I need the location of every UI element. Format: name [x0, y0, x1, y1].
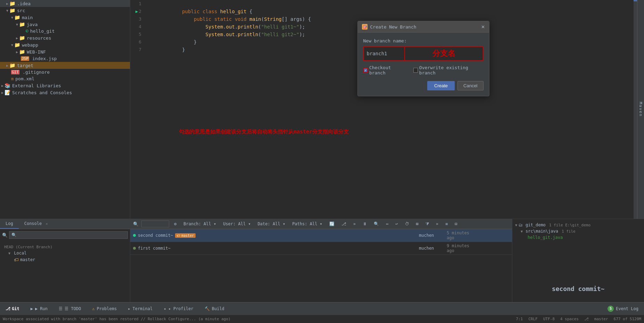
overwrite-checkbox[interactable]	[413, 68, 418, 73]
profiler-button[interactable]: ✦ ✦ Profiler	[161, 305, 196, 313]
sidebar-label: External Libraries	[12, 83, 61, 88]
settings-icon[interactable]: ⚙	[172, 221, 179, 227]
close-console-tab[interactable]: ✕	[46, 222, 48, 226]
cancel-button[interactable]: Cancel	[457, 81, 483, 90]
log-search-input[interactable]	[141, 220, 169, 227]
folder-icon: 📁	[9, 8, 15, 13]
sidebar-item-webapp[interactable]: ▼ 📁 webapp	[0, 41, 130, 48]
status-bar: ⎇ Git ▶ ▶ Run ☰ ☰ TODO ⚠ Problems ▸ Term…	[0, 302, 644, 315]
sidebar-label: target	[17, 63, 33, 68]
sidebar-item-idea[interactable]: ▶ 📁 .idea	[0, 0, 130, 7]
sidebar-item-web-inf[interactable]: ▶ 📁 WEB-INF	[0, 48, 130, 55]
run-button[interactable]: ▶ ▶ Run	[28, 305, 50, 313]
overwrite-branch-option[interactable]: Overwrite existing branch	[413, 65, 484, 75]
undo-icon[interactable]: ↩	[393, 221, 400, 227]
tab-console[interactable]: Console ✕	[19, 219, 53, 229]
folder-icon: 📁	[19, 49, 25, 55]
java-file-icon: ©	[26, 29, 28, 34]
git-tab-button[interactable]: ⎇ Git	[3, 305, 22, 313]
terminal-button[interactable]: ▸ Terminal	[125, 305, 155, 313]
maven-panel[interactable]: Maven	[637, 0, 644, 219]
sidebar-item-resources[interactable]: ▶ 📁 resources	[0, 34, 130, 41]
status-info-bar: Workspace associated with branch 'master…	[0, 315, 644, 323]
chevron-icon: ▶	[6, 64, 8, 67]
problems-button[interactable]: ⚠ Problems	[89, 305, 119, 313]
checkout-branch-option[interactable]: Checkout branch	[363, 65, 408, 75]
commit-time: 5 minutes ago	[447, 231, 474, 240]
dialog-app-icon: 🎯	[362, 24, 368, 30]
tree-item-src-main-java[interactable]: ▼ src\main\java 1 file	[515, 228, 641, 234]
sidebar-label: main	[22, 15, 33, 20]
master-branch-item[interactable]: 🏷 master	[3, 256, 127, 263]
branch-filter[interactable]: Branch: All ▾	[181, 221, 218, 227]
line-ending[interactable]: CRLF	[528, 317, 538, 321]
git-icon: ⎇	[6, 306, 10, 311]
sidebar-item-java-folder[interactable]: ▼ 📁 java	[0, 21, 130, 28]
current-branch[interactable]: master	[594, 317, 608, 321]
log-toolbar: 🔍 ⚙ Branch: All ▾ User: All ▾ Date: All …	[130, 219, 512, 229]
date-filter[interactable]: Date: All ▾	[256, 221, 287, 227]
more2-icon[interactable]: »	[434, 221, 440, 227]
paths-filter[interactable]: Paths: All ▾	[290, 221, 324, 227]
sidebar-item-index-jsp[interactable]: JSP index.jsp	[0, 55, 130, 62]
sidebar-item-ext-libs[interactable]: ▶ 📚 External Libraries	[0, 82, 130, 89]
run-gutter-icon[interactable]: ▶	[135, 8, 138, 15]
indent-setting[interactable]: 4 spaces	[560, 317, 579, 321]
todo-button[interactable]: ☰ ☰ TODO	[56, 305, 84, 313]
checkout-label: Checkout branch	[369, 65, 408, 75]
branch-icon[interactable]: ⎇	[339, 221, 348, 227]
folder-icon: 📁	[14, 15, 20, 20]
pause-icon[interactable]: ⏸	[361, 221, 369, 227]
sidebar-item-target[interactable]: ▶ 📁 target	[0, 62, 130, 69]
tree-item-git-demo[interactable]: ▼ 🗂 git_demo 1 file E:\git_demo	[515, 222, 641, 228]
sidebar-item-scratches[interactable]: ▶ 📝 Scratches and Consoles	[0, 89, 130, 96]
tree-item-hello-git-java[interactable]: hello_git.java	[515, 234, 641, 241]
editor-scrollbar[interactable]	[634, 0, 637, 219]
sidebar-label: pom.xml	[15, 76, 34, 81]
git-tree: HEAD (Current Branch) ▼ Local 🏷 master	[0, 241, 130, 266]
head-branch-item[interactable]: HEAD (Current Branch)	[3, 244, 127, 250]
file-encoding[interactable]: UTF-8	[543, 317, 555, 321]
todo-icon: ☰	[59, 306, 63, 311]
file-tree: ▶ 📁 .idea ▼ 📁 src ▼ 📁 main ▼ 📁 java	[0, 0, 130, 219]
more-icon[interactable]: »	[351, 221, 358, 227]
dialog-title-bar: 🎯 Create New Branch ✕	[358, 21, 489, 33]
git-log-panel: Log Console ✕ 🔍 HEAD (Current Branch) ▼ …	[0, 219, 130, 302]
profiler-icon: ✦	[164, 306, 166, 311]
branch-name-input[interactable]	[363, 46, 405, 61]
sidebar-item-src[interactable]: ▼ 📁 src	[0, 7, 130, 14]
sidebar-item-pom[interactable]: m pom.xml	[0, 75, 130, 82]
memory-info: 677 of 5120M	[614, 317, 641, 321]
sidebar-item-main[interactable]: ▼ 📁 main	[0, 14, 130, 21]
commit-author: muchen	[419, 246, 447, 251]
list-icon[interactable]: ≡	[443, 221, 450, 227]
split-icon[interactable]: ⊟	[453, 221, 459, 227]
git-search-input[interactable]	[9, 231, 128, 239]
commit-row-1[interactable]: first commit~ muchen 9 minutes ago	[130, 242, 512, 255]
tab-log[interactable]: Log	[0, 219, 19, 229]
tree-label: git_demo	[526, 223, 546, 227]
search2-icon[interactable]: 🔍	[372, 221, 381, 227]
chevron-icon: ▼	[16, 23, 18, 26]
create-branch-button[interactable]: Create	[427, 81, 455, 90]
commit-row-0[interactable]: second commit~ 🏷 master muchen 5 minutes…	[130, 229, 512, 242]
grid-icon[interactable]: ⊞	[414, 221, 421, 227]
commit-list: second commit~ 🏷 master muchen 5 minutes…	[130, 229, 512, 302]
build-button[interactable]: 🔨 Build	[202, 305, 227, 313]
panel-tabs: Log Console ✕	[0, 219, 130, 229]
refresh-icon[interactable]: 🔄	[327, 221, 337, 227]
user-filter[interactable]: User: All ▾	[221, 221, 253, 227]
close-dialog-button[interactable]: ✕	[481, 24, 485, 30]
libs-icon: 📚	[5, 83, 10, 88]
event-log-button[interactable]: 5 Event Log	[605, 304, 641, 313]
code-editor: 1 ▶ 2 3 4 5 6 7 public class hello_git {	[130, 0, 637, 219]
sidebar-item-hello-git[interactable]: © hello_git	[0, 28, 130, 34]
sidebar-item-gitignore[interactable]: GIT .gitignore	[0, 69, 130, 75]
local-item[interactable]: ▼ Local	[3, 250, 127, 256]
commit-time: 9 minutes ago	[447, 243, 474, 253]
clock-icon[interactable]: ⏱	[403, 221, 411, 227]
sidebar-label: java	[27, 22, 38, 27]
checkout-checkbox[interactable]	[363, 68, 368, 73]
filter-icon[interactable]: ⧩	[423, 221, 431, 227]
arrow-icon[interactable]: ↔	[384, 221, 390, 227]
